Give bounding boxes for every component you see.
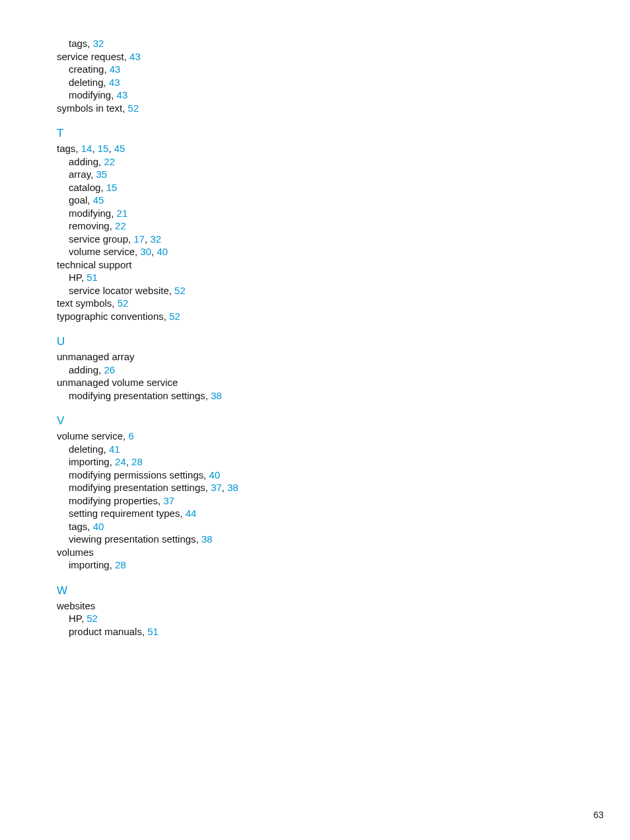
index-page-link[interactable]: 17 (133, 233, 145, 245)
index-entry-text: modifying (69, 208, 111, 219)
index-entry-text: deleting (69, 443, 104, 455)
index-entry: catalog, 15 (69, 181, 588, 194)
index-page-link[interactable]: 37 (211, 482, 222, 493)
index-entry-text: tags (69, 521, 87, 532)
index-page-link[interactable]: 43 (110, 63, 121, 75)
index-page-link[interactable]: 32 (150, 233, 161, 245)
index-page-link[interactable]: 52 (87, 613, 98, 624)
index-entry-text: HP (69, 613, 81, 624)
index-section-heading: V (57, 414, 588, 428)
index-entry: removing, 22 (69, 219, 588, 233)
index-page-link[interactable]: 38 (201, 533, 213, 545)
index-page-link[interactable]: 38 (227, 482, 238, 493)
index-entry: goal, 45 (69, 194, 588, 207)
index-entry: typographic conventions, 52 (57, 310, 588, 323)
index-page-link[interactable]: 32 (93, 38, 104, 49)
index-page-link[interactable]: 37 (163, 495, 174, 506)
index-page-link[interactable]: 14 (81, 143, 92, 154)
index-entry-text: viewing presentation settings (69, 533, 196, 545)
index-separator: , (205, 390, 211, 401)
index-entry-text: goal (69, 194, 87, 206)
index-page-link[interactable]: 24 (115, 456, 126, 467)
index-separator: , (87, 194, 92, 206)
index-page-link[interactable]: 22 (115, 220, 126, 231)
index-separator: , (110, 559, 115, 570)
index-page-link[interactable]: 26 (104, 364, 115, 375)
index-entry-text: service locator website (69, 285, 169, 296)
index-page-link[interactable]: 51 (147, 626, 158, 637)
index-page-link[interactable]: 43 (129, 51, 141, 62)
index-page-link[interactable]: 6 (128, 430, 133, 441)
index-entry: HP, 52 (69, 612, 588, 625)
index-page-link[interactable]: 43 (117, 89, 128, 100)
index-entry: array, 35 (69, 168, 588, 181)
index-entry: tags, 32 (69, 37, 588, 50)
index-entry-text: text symbols (57, 297, 112, 309)
index-entry: importing, 24, 28 (69, 455, 588, 469)
index-page-link[interactable]: 52 (169, 311, 180, 322)
index-entry: modifying, 21 (69, 207, 588, 220)
index-entry: deleting, 41 (69, 443, 588, 456)
index-separator: , (100, 182, 106, 193)
index-entry: creating, 43 (69, 63, 588, 76)
index-entry: websites (57, 599, 588, 613)
index-separator: , (75, 143, 81, 154)
index-page-link[interactable]: 44 (186, 508, 197, 519)
index-entry-text: adding (69, 364, 98, 375)
index-separator: , (205, 482, 211, 493)
index-entry: importing, 28 (69, 558, 588, 572)
index-page-link[interactable]: 35 (96, 169, 107, 180)
index-page-link[interactable]: 51 (87, 272, 98, 283)
index-page-link[interactable]: 21 (117, 208, 128, 219)
index-separator: , (196, 533, 201, 545)
index-separator: , (164, 311, 169, 322)
index-entry-text: modifying presentation settings (69, 390, 205, 401)
index-entry-text: volumes (57, 547, 94, 558)
index-separator: , (142, 626, 147, 637)
index-page-link[interactable]: 52 (174, 285, 186, 296)
index-entry-text: creating (69, 63, 104, 75)
index-entry-text: symbols in text (57, 102, 122, 114)
index-page-link[interactable]: 28 (115, 559, 126, 570)
index-entry: service request, 43 (57, 50, 588, 63)
index-entry: modifying properties, 37 (69, 494, 588, 508)
index-entry-text: setting requirement types (69, 508, 180, 519)
index-separator: , (92, 143, 97, 154)
index-page-link[interactable]: 15 (98, 143, 109, 154)
index-entry: modifying presentation settings, 37, 38 (69, 481, 588, 494)
index-entry-text: importing (69, 559, 110, 570)
index-separator: , (104, 443, 109, 455)
index-entry-text: unmanaged volume service (57, 377, 178, 388)
index-page-link[interactable]: 52 (128, 102, 139, 114)
index-entry-text: modifying (69, 89, 111, 100)
index-page-link[interactable]: 30 (140, 246, 151, 257)
index-section-heading: W (57, 584, 588, 598)
index-separator: , (169, 285, 174, 296)
index-entry-text: adding (69, 156, 98, 167)
index-page-link[interactable]: 41 (109, 443, 120, 455)
index-page-link[interactable]: 40 (157, 246, 168, 257)
index-entry-text: service group (69, 233, 128, 245)
index-separator: , (111, 208, 116, 219)
index-separator: , (87, 38, 92, 49)
index-separator: , (222, 482, 227, 493)
index-entry: modifying presentation settings, 38 (69, 389, 588, 402)
index-page-link[interactable]: 45 (93, 194, 104, 206)
index-entry-text: HP (69, 272, 81, 283)
index-page-link[interactable]: 15 (106, 182, 118, 193)
index-page-link[interactable]: 40 (209, 469, 221, 480)
index-section-heading: T (57, 126, 588, 141)
index-entry: unmanaged volume service (57, 376, 588, 389)
index-page-link[interactable]: 45 (114, 143, 125, 154)
index-separator: , (112, 297, 117, 309)
index-page-link[interactable]: 43 (109, 77, 120, 88)
index-page-link[interactable]: 28 (131, 456, 143, 467)
index-page-link[interactable]: 52 (118, 297, 129, 309)
index-entry-text: modifying properties (69, 495, 158, 506)
index-page-link[interactable]: 22 (104, 156, 115, 167)
index-entry-text: websites (57, 600, 95, 611)
index-entry-text: deleting (69, 77, 104, 88)
index-page-link[interactable]: 38 (211, 390, 222, 401)
index-page-link[interactable]: 40 (93, 521, 104, 532)
index-separator: , (180, 508, 185, 519)
